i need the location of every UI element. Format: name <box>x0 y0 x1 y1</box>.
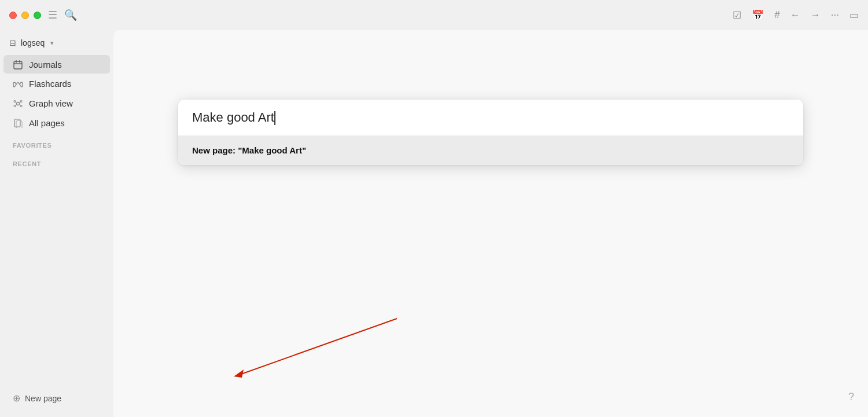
new-page-label: New page <box>25 394 61 403</box>
sidebar: ⊟ logseq ▾ Journals Flashcards <box>0 30 113 417</box>
result-prefix: New page: <box>192 145 236 155</box>
journals-label: Journals <box>29 60 62 70</box>
sidebar-toggle-icon[interactable]: ▭ <box>849 9 859 21</box>
infinity-nav-icon <box>13 79 23 89</box>
workspace-name: logseq <box>21 38 45 47</box>
content-area: Make good Art New page: "Make good Art" … <box>113 30 868 417</box>
svg-rect-0 <box>14 61 22 69</box>
traffic-lights <box>9 12 41 19</box>
search-icon[interactable]: 🔍 <box>64 9 77 21</box>
svg-point-5 <box>14 101 16 103</box>
help-question-mark[interactable]: ? <box>848 391 854 403</box>
all-pages-label: All pages <box>29 118 65 128</box>
svg-line-11 <box>16 104 17 105</box>
main-layout: ⊟ logseq ▾ Journals Flashcards <box>0 30 868 417</box>
recent-section-header: RECENT <box>0 151 113 170</box>
svg-point-8 <box>20 105 22 107</box>
maximize-button[interactable] <box>34 12 41 19</box>
svg-line-10 <box>19 102 20 103</box>
svg-marker-16 <box>234 370 244 378</box>
tasks-icon[interactable]: ☑ <box>733 9 741 21</box>
more-icon[interactable]: ··· <box>831 9 839 21</box>
sidebar-item-journals[interactable]: Journals <box>3 55 110 74</box>
new-page-icon: ⊕ <box>13 393 20 404</box>
calendar-nav-icon <box>13 59 23 70</box>
svg-point-6 <box>20 101 22 103</box>
favorites-section-header: FAVORITES <box>0 133 113 151</box>
minimize-button[interactable] <box>21 12 29 19</box>
graph-view-label: Graph view <box>29 98 73 108</box>
workspace-icon: ⊟ <box>9 38 16 47</box>
calendar-icon[interactable]: 📅 <box>752 9 764 21</box>
sidebar-item-all-pages[interactable]: All pages <box>3 114 110 132</box>
forward-icon[interactable]: → <box>811 9 821 21</box>
search-text-display: Make good Art <box>192 110 789 125</box>
title-bar-right: ☑ 📅 # ← → ··· ▭ <box>733 9 859 21</box>
pages-nav-icon <box>13 118 23 128</box>
graph-nav-icon <box>13 98 23 108</box>
workspace-chevron-icon: ▾ <box>50 39 54 47</box>
flashcards-label: Flashcards <box>29 79 71 89</box>
search-result-text: New page: "Make good Art" <box>192 145 306 155</box>
search-modal: Make good Art New page: "Make good Art" <box>178 100 803 165</box>
back-icon[interactable]: ← <box>790 9 800 21</box>
svg-line-9 <box>16 102 17 103</box>
workspace-selector[interactable]: ⊟ logseq ▾ <box>0 35 113 54</box>
hashtag-icon[interactable]: # <box>774 9 779 21</box>
sidebar-item-flashcards[interactable]: Flashcards <box>3 75 110 93</box>
annotation-arrow <box>148 313 403 382</box>
sidebar-bottom: ⊕ New page <box>0 384 113 412</box>
title-bar-left: ☰ 🔍 <box>9 9 77 21</box>
new-page-button[interactable]: ⊕ New page <box>3 389 110 408</box>
result-quoted: "Make good Art" <box>238 145 306 155</box>
sidebar-item-graph-view[interactable]: Graph view <box>3 94 110 112</box>
svg-line-15 <box>238 319 397 375</box>
hamburger-icon[interactable]: ☰ <box>48 9 57 21</box>
close-button[interactable] <box>9 12 17 19</box>
svg-rect-13 <box>14 119 20 127</box>
search-input-value: Make good Art <box>192 110 274 125</box>
text-cursor <box>274 111 275 125</box>
search-result-new-page[interactable]: New page: "Make good Art" <box>178 136 803 165</box>
svg-point-4 <box>17 103 20 105</box>
title-bar: ☰ 🔍 ☑ 📅 # ← → ··· ▭ <box>0 0 868 30</box>
svg-point-7 <box>14 105 16 107</box>
search-input-row[interactable]: Make good Art <box>178 100 803 136</box>
svg-line-12 <box>19 104 20 105</box>
